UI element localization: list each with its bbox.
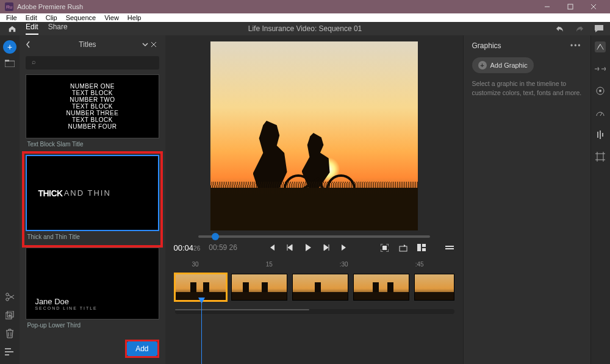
- title-preset-caption: Text Block Slam Title: [26, 138, 159, 151]
- graphics-hint-text: Select a graphic in the timeline to cust…: [472, 79, 582, 97]
- timecode-total: 00:59 26: [209, 243, 237, 252]
- monitor-scrubber[interactable]: [198, 235, 430, 238]
- duplicate-icon[interactable]: [4, 310, 15, 320]
- timeline-clip[interactable]: [175, 274, 226, 301]
- scrollbar-thumb[interactable]: [175, 309, 309, 310]
- title-preset-thick-and-thin[interactable]: THICK AND THIN Thick and Thin Title: [26, 155, 159, 244]
- svg-point-13: [599, 90, 601, 92]
- preview-and-timeline: 00:0426 00:59 26 30 15 :30 :45: [165, 35, 463, 364]
- tab-edit[interactable]: Edit: [26, 23, 38, 35]
- graphics-panel: Graphics ••• + Add Graphic Select a grap…: [463, 35, 590, 364]
- window-close-button[interactable]: [582, 0, 605, 13]
- program-monitor[interactable]: [210, 41, 418, 230]
- svg-rect-2: [5, 60, 9, 62]
- transport-bar: 00:0426 00:59 26: [174, 238, 454, 260]
- svg-rect-6: [7, 311, 13, 317]
- titles-search-input[interactable]: [26, 56, 159, 70]
- redo-button[interactable]: [575, 24, 584, 33]
- add-media-button[interactable]: +: [3, 40, 16, 54]
- audio-icon[interactable]: [595, 129, 606, 140]
- menu-help[interactable]: Help: [124, 13, 145, 22]
- fullscreen-icon[interactable]: [380, 243, 390, 252]
- app-logo: Ru: [5, 2, 13, 11]
- timeline-scrollbar[interactable]: [175, 309, 454, 314]
- timeline-clip[interactable]: [353, 274, 409, 301]
- right-rail: [590, 35, 610, 364]
- export-frame-icon[interactable]: [398, 243, 408, 252]
- graphics-header: Graphics: [472, 41, 501, 50]
- scissors-icon[interactable]: [4, 292, 15, 302]
- document-title: Life Insurance Video: Sequence 01: [248, 24, 362, 33]
- step-back-button[interactable]: [285, 243, 295, 252]
- title-preset-popup-lower-third[interactable]: Jane Doe Second Line Title Pop-up Lower …: [26, 248, 159, 332]
- add-title-highlight: Add: [125, 340, 159, 358]
- titles-dropdown-chevron-icon[interactable]: [142, 42, 151, 47]
- menu-file[interactable]: File: [2, 13, 21, 22]
- undo-button[interactable]: [555, 24, 565, 33]
- titles-tool-icon[interactable]: [595, 41, 606, 52]
- transform-icon[interactable]: [595, 151, 606, 162]
- timeline-clip[interactable]: [414, 274, 454, 301]
- plus-icon: +: [478, 61, 487, 70]
- titles-header: Titles: [35, 40, 139, 49]
- timeline-playhead[interactable]: [201, 301, 202, 364]
- speed-icon[interactable]: [595, 107, 606, 118]
- home-button[interactable]: [6, 24, 18, 33]
- svg-rect-9: [417, 244, 421, 251]
- step-forward-button[interactable]: [321, 243, 331, 252]
- titles-close-button[interactable]: [151, 41, 159, 48]
- menu-edit[interactable]: Edit: [22, 13, 41, 22]
- go-to-end-button[interactable]: [340, 243, 350, 252]
- menu-clip[interactable]: Clip: [42, 13, 61, 22]
- more-transport-icon[interactable]: [445, 243, 454, 252]
- timeline-ruler[interactable]: 30 15 :30 :45: [174, 260, 454, 271]
- scrubber-playhead[interactable]: [212, 233, 219, 240]
- transitions-icon[interactable]: [595, 63, 606, 74]
- svg-rect-11: [422, 248, 426, 251]
- tab-share[interactable]: Share: [48, 23, 68, 35]
- timeline-clip[interactable]: [231, 274, 287, 301]
- title-preset-caption: Pop-up Lower Third: [26, 319, 159, 332]
- title-preset-caption: Thick and Thin Title: [26, 231, 159, 244]
- timeline-clip[interactable]: [292, 274, 348, 301]
- add-title-button[interactable]: Add: [127, 341, 157, 356]
- timecode-current: 00:0426: [174, 243, 201, 252]
- app-title: Adobe Premiere Rush: [17, 3, 83, 10]
- add-graphic-button[interactable]: + Add Graphic: [472, 57, 534, 73]
- window-minimize-button[interactable]: [536, 0, 559, 13]
- window-maximize-button[interactable]: [559, 0, 582, 13]
- trash-icon[interactable]: [4, 329, 15, 338]
- app-subbar: Edit Share Life Insurance Video: Sequenc…: [0, 22, 610, 35]
- go-to-start-button[interactable]: [267, 243, 276, 252]
- project-panel-icon[interactable]: [4, 59, 15, 68]
- play-button[interactable]: [303, 243, 313, 252]
- menu-view[interactable]: View: [101, 13, 123, 22]
- svg-rect-10: [422, 244, 426, 247]
- svg-rect-7: [382, 246, 387, 250]
- titles-panel: Titles ⌕ NUMBER ONE TEXT BLOCK NUMBER TW…: [20, 35, 165, 364]
- view-mode-icon[interactable]: [417, 243, 426, 252]
- menu-sequence[interactable]: Sequence: [62, 13, 100, 22]
- comment-icon[interactable]: [594, 24, 604, 33]
- titles-back-button[interactable]: [26, 41, 35, 48]
- menubar: File Edit Clip Sequence View Help: [0, 13, 610, 22]
- left-rail: +: [0, 35, 20, 364]
- tracks-icon[interactable]: [4, 347, 15, 357]
- color-icon[interactable]: [595, 85, 606, 96]
- svg-rect-0: [568, 4, 573, 9]
- window-titlebar: Ru Adobe Premiere Rush: [0, 0, 610, 13]
- svg-rect-14: [597, 154, 603, 160]
- svg-point-4: [6, 293, 9, 296]
- graphics-more-icon[interactable]: •••: [570, 41, 582, 50]
- timeline-clips[interactable]: [174, 271, 454, 303]
- svg-rect-1: [5, 61, 15, 67]
- svg-rect-8: [400, 246, 407, 251]
- title-preset-text-block-slam[interactable]: NUMBER ONE TEXT BLOCK NUMBER TWO TEXT BL…: [26, 74, 159, 151]
- svg-point-3: [6, 298, 9, 301]
